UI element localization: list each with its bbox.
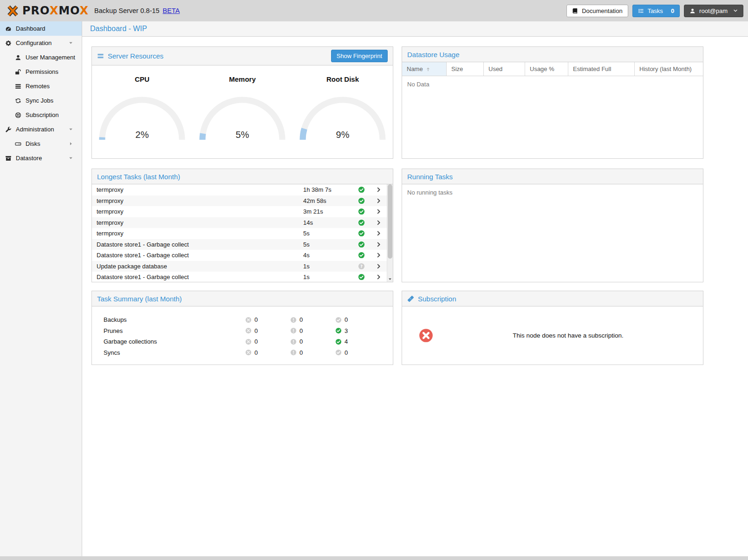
chevron-right-icon bbox=[376, 187, 382, 193]
horizontal-scrollbar-track[interactable] bbox=[0, 556, 748, 560]
warning-count: 0 bbox=[299, 338, 303, 345]
ok-count-icon bbox=[335, 339, 342, 345]
life-ring-icon bbox=[14, 112, 22, 118]
sidebar-item-sync-jobs[interactable]: Sync Jobs bbox=[0, 93, 82, 108]
sidebar-item-configuration[interactable]: Configuration bbox=[0, 36, 82, 50]
ok-count: 3 bbox=[345, 327, 348, 334]
task-open-button[interactable] bbox=[370, 252, 387, 258]
caret-right-icon[interactable] bbox=[66, 141, 75, 146]
task-open-button[interactable] bbox=[370, 198, 387, 204]
subscription-message: This node does not have a subscription. bbox=[433, 332, 703, 339]
show-fingerprint-button[interactable]: Show Fingerprint bbox=[331, 50, 388, 62]
memory-gauge-value: 5% bbox=[198, 130, 286, 140]
task-row[interactable]: Update package database 1s ? bbox=[92, 261, 387, 272]
scrollbar-down-arrow[interactable] bbox=[387, 276, 393, 282]
sidebar-item-remotes[interactable]: Remotes bbox=[0, 79, 82, 93]
sidebar-item-datastore[interactable]: Datastore bbox=[0, 151, 82, 165]
vertical-scrollbar[interactable] bbox=[387, 184, 393, 282]
chevron-right-icon bbox=[376, 208, 382, 215]
column-header-name[interactable]: Name bbox=[402, 62, 447, 76]
task-row[interactable]: Datastore store1 - Garbage collect 4s bbox=[92, 250, 387, 261]
task-open-button[interactable] bbox=[370, 220, 387, 226]
tachometer-icon bbox=[4, 26, 13, 32]
task-row[interactable]: termproxy 42m 58s bbox=[92, 195, 387, 207]
caret-down-icon[interactable] bbox=[66, 40, 75, 46]
chevron-right-icon bbox=[376, 274, 382, 280]
error-count: 0 bbox=[254, 316, 258, 323]
svg-text:?: ? bbox=[360, 264, 363, 268]
task-row[interactable]: termproxy 5s bbox=[92, 228, 387, 239]
task-name: termproxy bbox=[92, 186, 303, 193]
no-running-tasks-text: No running tasks bbox=[402, 184, 703, 201]
status-ok-icon bbox=[358, 241, 365, 248]
proxmox-logo[interactable]: PROXMOX bbox=[7, 4, 89, 17]
task-name: Update package database bbox=[92, 263, 303, 270]
caret-down-icon[interactable] bbox=[66, 127, 75, 132]
scrollbar-thumb[interactable] bbox=[388, 184, 392, 259]
status-ok-icon bbox=[358, 186, 365, 193]
status-ok-icon bbox=[358, 230, 365, 237]
warning-count-icon bbox=[290, 339, 297, 345]
task-row[interactable]: Datastore store1 - Garbage collect 1s bbox=[92, 272, 387, 282]
wrench-icon bbox=[4, 126, 13, 133]
panel-title: Longest Tasks (last Month) bbox=[97, 173, 180, 181]
subscription-panel: Subscription This node does not have a s… bbox=[402, 291, 703, 365]
warning-count: 0 bbox=[299, 349, 303, 356]
caret-down-icon[interactable] bbox=[66, 156, 75, 161]
column-header-size[interactable]: Size bbox=[447, 62, 484, 76]
server-resources-panel: Server Resources Show Fingerprint CPU 2% bbox=[91, 46, 393, 159]
task-name: Datastore store1 - Garbage collect bbox=[92, 252, 303, 259]
column-header-history[interactable]: History (last Month) bbox=[635, 62, 703, 76]
sidebar-item-user-management[interactable]: User Management bbox=[0, 50, 82, 65]
task-duration: 1s bbox=[303, 263, 352, 270]
ok-count: 0 bbox=[345, 316, 348, 323]
datastore-usage-panel: Datastore Usage Name Size Used Usage % E… bbox=[402, 46, 703, 159]
task-open-button[interactable] bbox=[370, 208, 387, 215]
chevron-right-icon bbox=[376, 198, 382, 204]
column-header-estimated-full[interactable]: Estimated Full bbox=[568, 62, 635, 76]
task-row[interactable]: Datastore store1 - Garbage collect 5s bbox=[92, 239, 387, 250]
task-open-button[interactable] bbox=[370, 263, 387, 269]
error-count-icon bbox=[245, 339, 252, 345]
error-count-icon bbox=[245, 349, 252, 356]
task-duration: 4s bbox=[303, 252, 352, 259]
task-open-button[interactable] bbox=[370, 274, 387, 280]
chevron-right-icon bbox=[376, 230, 382, 236]
cogs-icon bbox=[4, 40, 13, 46]
root-disk-gauge-value: 9% bbox=[299, 130, 387, 140]
sidebar-item-dashboard[interactable]: Dashboard bbox=[0, 21, 82, 36]
tasks-button[interactable]: Tasks 0 bbox=[632, 5, 680, 17]
sidebar-item-subscription[interactable]: Subscription bbox=[0, 108, 82, 122]
running-tasks-panel: Running Tasks No running tasks bbox=[402, 169, 703, 282]
task-row[interactable]: termproxy 14s bbox=[92, 217, 387, 228]
task-duration: 5s bbox=[303, 230, 352, 237]
task-open-button[interactable] bbox=[370, 230, 387, 236]
root-disk-gauge: Root Disk 9% bbox=[295, 75, 390, 141]
column-header-used[interactable]: Used bbox=[484, 62, 525, 76]
documentation-button[interactable]: Documentation bbox=[566, 5, 628, 17]
warning-count-icon bbox=[290, 317, 297, 323]
sidebar-item-permissions[interactable]: Permissions bbox=[0, 65, 82, 79]
sidebar-item-administration[interactable]: Administration bbox=[0, 122, 82, 137]
user-menu-button[interactable]: root@pam bbox=[684, 5, 743, 17]
hdd-icon bbox=[14, 141, 22, 147]
error-count: 0 bbox=[254, 338, 258, 345]
summary-row-garbage-collections: Garbage collections 0 0 4 bbox=[92, 336, 393, 347]
ticket-icon bbox=[407, 295, 414, 302]
task-open-button[interactable] bbox=[370, 241, 387, 247]
unlock-icon bbox=[14, 69, 22, 75]
sidebar-item-disks[interactable]: Disks bbox=[0, 137, 82, 151]
column-header-usage-pct[interactable]: Usage % bbox=[525, 62, 568, 76]
task-duration: 1h 38m 7s bbox=[303, 186, 352, 193]
task-row[interactable]: termproxy 3m 21s bbox=[92, 206, 387, 217]
summary-row-syncs: Syncs 0 0 0 bbox=[92, 347, 393, 358]
beta-link[interactable]: BETA bbox=[163, 7, 180, 14]
longest-tasks-list: termproxy 1h 38m 7s termproxy 42m 58s bbox=[92, 184, 393, 282]
no-data-text: No Data bbox=[402, 76, 703, 92]
tasks-count-badge: 0 bbox=[671, 7, 674, 14]
task-open-button[interactable] bbox=[370, 187, 387, 193]
task-row[interactable]: termproxy 1h 38m 7s bbox=[92, 184, 387, 195]
user-icon bbox=[689, 8, 696, 14]
topbar: PROXMOX Backup Server 0.8-15 BETA Docume… bbox=[0, 0, 748, 21]
task-name: Datastore store1 - Garbage collect bbox=[92, 241, 303, 248]
